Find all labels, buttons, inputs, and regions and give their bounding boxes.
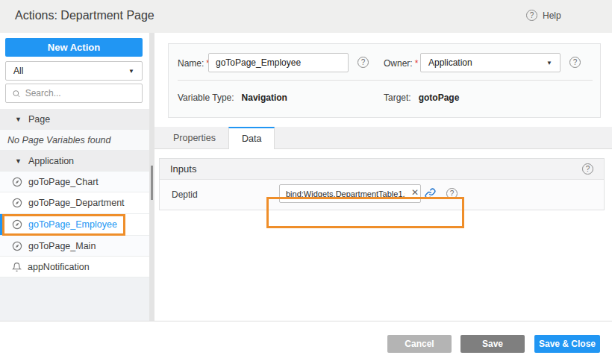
panel-divider [178, 80, 593, 81]
variable-filter-select[interactable]: All ▼ [5, 61, 143, 81]
selection-highlight-box: goToPage_Employee [2, 214, 125, 236]
search-box[interactable] [5, 84, 143, 103]
variable-summary-panel: Name:* ? Owner:* Application ▼ ? Variabl… [168, 43, 601, 118]
tree-item-label: goToPage_Employee [28, 219, 117, 230]
sidebar-filler [0, 277, 149, 321]
tab-bar: Properties Data [154, 127, 612, 149]
input-row-deptid: Deptid ✕ ? [160, 180, 604, 210]
dropdown-arrow-icon: ▼ [546, 60, 552, 66]
tree-item-label: goToPage_Main [28, 241, 96, 251]
name-field-label: Name:* [178, 58, 210, 69]
target-row: Target:gotoPage [384, 92, 459, 103]
navigation-icon [12, 198, 22, 208]
dropdown-arrow-icon: ▼ [128, 68, 134, 75]
save-button[interactable]: Save [460, 335, 525, 353]
owner-field-label: Owner:* [384, 58, 418, 69]
triangle-down-icon: ▼ [15, 116, 22, 123]
tab-properties[interactable]: Properties [160, 127, 228, 148]
sidebar-scrollbar-thumb[interactable] [151, 166, 153, 200]
sidebar-item-gotopage-department[interactable]: goToPage_Department [0, 192, 149, 214]
sidebar-item-appnotification[interactable]: appNotification [0, 257, 149, 277]
dialog-footer: Cancel Save Save & Close [0, 321, 612, 364]
search-input[interactable] [25, 88, 136, 98]
help-link[interactable]: ? Help [526, 10, 561, 21]
name-input[interactable] [208, 53, 349, 72]
tree-group-page[interactable]: ▼ Page [0, 109, 149, 130]
tree-group-label: Page [28, 114, 50, 125]
help-label: Help [543, 10, 561, 21]
help-circle-icon[interactable]: ? [582, 163, 593, 175]
new-action-button[interactable]: New Action [5, 38, 143, 57]
help-circle-icon[interactable]: ? [357, 57, 369, 68]
cancel-button[interactable]: Cancel [387, 335, 452, 353]
help-circle-icon[interactable]: ? [569, 57, 581, 68]
actions-dialog: Actions: Department Page ? Help New Acti… [0, 0, 612, 364]
bind-expression-input[interactable] [279, 184, 421, 203]
help-circle-icon: ? [526, 10, 537, 21]
clear-icon[interactable]: ✕ [411, 187, 419, 198]
triangle-down-icon: ▼ [15, 157, 22, 165]
input-field-label: Deptid [172, 189, 198, 200]
bind-link-icon[interactable] [425, 188, 436, 199]
dialog-header: Actions: Department Page ? Help [0, 0, 612, 33]
tree-item-label: appNotification [28, 262, 90, 272]
target-label: Target: [384, 92, 411, 103]
variable-type-row: Variable Type:Navigation [178, 92, 287, 103]
navigation-icon [12, 177, 22, 187]
inputs-section-title: Inputs [170, 163, 196, 175]
sidebar-item-gotopage-employee[interactable]: goToPage_Employee [0, 214, 149, 236]
page-title: Actions: Department Page [15, 9, 154, 22]
inputs-section: Inputs ? Deptid ✕ ? [159, 158, 605, 210]
owner-select[interactable]: Application ▼ [420, 53, 561, 72]
target-value: gotoPage [419, 92, 460, 103]
variable-type-label: Variable Type: [178, 92, 234, 103]
save-and-close-button[interactable]: Save & Close [534, 335, 600, 353]
tree-item-label: goToPage_Chart [28, 177, 99, 187]
bind-expression-field: ✕ [279, 184, 421, 203]
required-asterisk: * [415, 58, 419, 69]
inputs-section-header: Inputs ? [160, 159, 604, 180]
tree-group-label: Application [28, 156, 74, 166]
tree-group-application[interactable]: ▼ Application [0, 151, 149, 172]
variable-filter-value: All [13, 66, 23, 76]
tab-data[interactable]: Data [228, 127, 275, 149]
sidebar-item-gotopage-chart[interactable]: goToPage_Chart [0, 172, 149, 192]
empty-page-variables-message: No Page Variables found [0, 130, 149, 151]
owner-select-value: Application [428, 57, 472, 68]
bell-icon [12, 262, 22, 272]
sidebar-item-gotopage-main[interactable]: goToPage_Main [0, 236, 149, 257]
navigation-icon [12, 219, 22, 230]
variable-type-value: Navigation [242, 92, 287, 103]
tree-item-label: goToPage_Department [28, 198, 125, 208]
search-icon [12, 89, 21, 98]
help-circle-icon[interactable]: ? [446, 188, 458, 199]
navigation-icon [12, 241, 22, 251]
